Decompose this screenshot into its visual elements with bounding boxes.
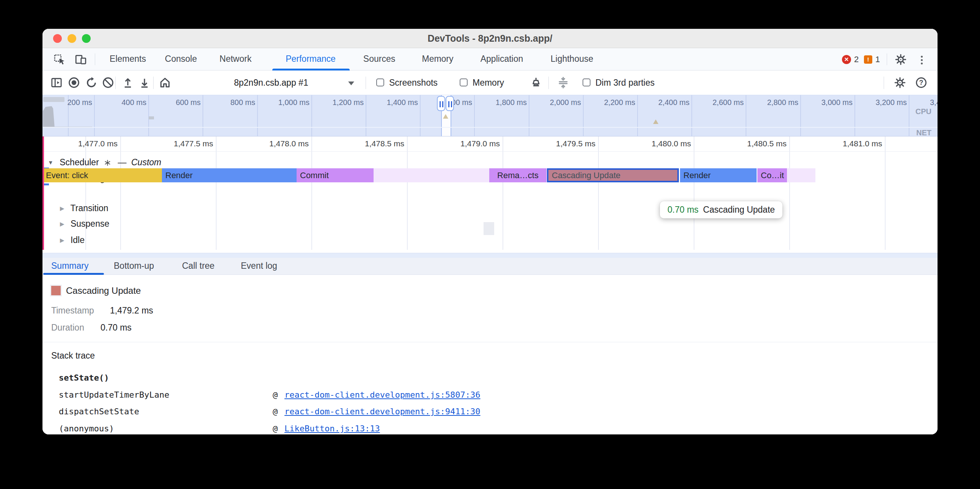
collapsed-triangle-icon[interactable]: ▶ [60, 205, 64, 211]
error-count[interactable]: 2 [854, 48, 859, 70]
tab-elements[interactable]: Elements [110, 48, 146, 70]
tab-lighthouse[interactable]: Lighthouse [551, 48, 593, 70]
selection-right-handle[interactable] [445, 96, 454, 111]
flame-bar-render[interactable]: Render [680, 168, 757, 183]
timeline-overview[interactable]: 200 ms 400 ms 600 ms 800 ms 1,000 ms 1,2… [43, 95, 937, 137]
track-title: Scheduler [60, 157, 99, 167]
inspect-element-icon[interactable] [53, 53, 66, 66]
group-suspense[interactable]: ▶ Suspense [60, 218, 109, 230]
divider [549, 76, 549, 89]
device-toolbar-icon[interactable] [74, 53, 87, 66]
tab-event-log[interactable]: Event log [241, 258, 277, 275]
group-transition[interactable]: ▶ Transition [60, 202, 108, 214]
collapsed-triangle-icon[interactable]: ▶ [60, 221, 64, 227]
screenshots-label[interactable]: Screenshots [389, 70, 438, 95]
divider [884, 76, 884, 89]
clear-icon[interactable] [102, 76, 115, 89]
dash: — [118, 157, 127, 167]
group-label: Transition [70, 203, 108, 213]
flame-bar[interactable] [374, 168, 489, 183]
chevron-down-icon[interactable] [348, 81, 354, 85]
timeline-marker [443, 114, 448, 119]
tab-call-tree[interactable]: Call tree [182, 258, 215, 275]
divider [153, 76, 154, 89]
error-count-icon[interactable]: ✕ [842, 55, 851, 64]
settings-gear-icon[interactable] [894, 53, 907, 66]
screenshots-checkbox[interactable] [376, 78, 384, 86]
expand-triangle-icon[interactable]: ▼ [48, 159, 54, 166]
tab-memory[interactable]: Memory [422, 48, 453, 70]
overview-tick: 2,600 ms [690, 98, 744, 107]
upload-profile-icon[interactable] [121, 76, 134, 89]
stack-frame-fn: setState() [59, 373, 109, 383]
flame-bar[interactable] [787, 168, 815, 183]
tab-bottom-up[interactable]: Bottom-up [114, 258, 154, 275]
flame-bar-commit[interactable]: Co…it [757, 168, 787, 183]
details-tab-bar: Summary Bottom-up Call tree Event log [43, 258, 937, 275]
collapse-tracks-icon[interactable] [557, 76, 570, 89]
memory-label[interactable]: Memory [473, 70, 504, 95]
help-icon[interactable]: ? [915, 76, 928, 89]
tab-application[interactable]: Application [480, 48, 523, 70]
event-color-swatch [51, 286, 61, 295]
home-icon[interactable] [159, 76, 172, 89]
selection-left-handle[interactable] [437, 96, 445, 111]
duration-label: Duration [51, 322, 84, 333]
ruler-tick: 1,480.0 ms [595, 139, 691, 148]
flame-chart-area[interactable]: 1,477.0 ms 1,477.5 ms 1,478.0 ms 1,478.5… [43, 137, 937, 250]
ruler-tick: 1,477.0 ms [43, 139, 118, 148]
warning-count[interactable]: 1 [875, 48, 880, 70]
reload-record-icon[interactable] [85, 76, 98, 89]
divider [43, 342, 937, 342]
cpu-activity-shape [43, 104, 96, 129]
warning-count-icon[interactable]: ! [864, 56, 872, 64]
overview-tick: 2,200 ms [582, 98, 635, 107]
ruler-tick: 1,481.0 ms [787, 139, 882, 148]
panel-resizer[interactable] [43, 250, 937, 258]
stack-frame-link[interactable]: react-dom-client.development.js:9411:30 [285, 407, 480, 416]
overview-tick: 1,800 ms [474, 98, 527, 107]
cpu-activity-blip [149, 116, 154, 119]
flame-bar-event-click[interactable]: Event: click [43, 168, 162, 183]
at-symbol: @ [273, 390, 278, 400]
tab-performance[interactable]: Performance [286, 48, 336, 70]
dim-3rd-parties-checkbox[interactable] [582, 78, 590, 86]
overview-tick: 1,000 ms [256, 98, 309, 107]
tab-sources[interactable]: Sources [363, 48, 395, 70]
stack-frame-link[interactable]: react-dom-client.development.js:5807:36 [285, 390, 480, 400]
overview-tick: 3,200 ms [854, 98, 907, 107]
dim-3rd-parties-label[interactable]: Dim 3rd parties [595, 70, 655, 95]
collapsed-triangle-icon[interactable]: ▶ [60, 237, 64, 243]
tab-network[interactable]: Network [220, 48, 251, 70]
overview-tick: 400 ms [93, 98, 146, 107]
target-select[interactable]: 8p2n9n.csb.app #1 [234, 70, 308, 95]
overview-tick: 2,400 ms [636, 98, 689, 107]
flame-bar-commit[interactable]: Commit [297, 168, 374, 183]
group-label: Suspense [70, 219, 109, 229]
download-profile-icon[interactable] [138, 76, 151, 89]
flame-bar-remaining-effects[interactable]: Rema…cts [489, 168, 547, 183]
stack-frame-link[interactable]: LikeButton.js:13:13 [285, 424, 380, 433]
toggle-sidebar-icon[interactable] [50, 76, 63, 89]
tab-console[interactable]: Console [165, 48, 197, 70]
detail-time-ruler: 1,477.0 ms 1,477.5 ms 1,478.0 ms 1,478.5… [43, 137, 937, 152]
memory-checkbox[interactable] [460, 78, 468, 86]
capture-settings-gear-icon[interactable] [894, 76, 907, 89]
divider [95, 54, 95, 65]
track-header-scheduler[interactable]: ▼ Scheduler — Custom [48, 156, 161, 168]
garbage-collect-icon[interactable] [529, 76, 542, 89]
track-highlight-line [43, 137, 44, 250]
asterisk-icon [104, 160, 111, 166]
group-idle[interactable]: ▶ Idle [60, 234, 84, 246]
record-icon[interactable] [67, 76, 80, 89]
flame-bar-cascading-update-selected[interactable]: Cascading Update [547, 168, 679, 183]
scheduler-track[interactable]: ▼ Scheduler — Custom ▼ Blocking Event: [43, 152, 937, 250]
event-tooltip: 0.70 msCascading Update [660, 201, 783, 218]
tab-summary[interactable]: Summary [51, 258, 88, 275]
title-bar: DevTools - 8p2n9n.csb.app/ [43, 29, 937, 48]
flame-bar-render[interactable]: Render [162, 168, 297, 183]
overview-tick: 3,4 [930, 98, 937, 107]
lane-divider [43, 127, 937, 128]
more-options-icon[interactable] [919, 54, 924, 66]
overview-tick: 3,000 ms [799, 98, 853, 107]
